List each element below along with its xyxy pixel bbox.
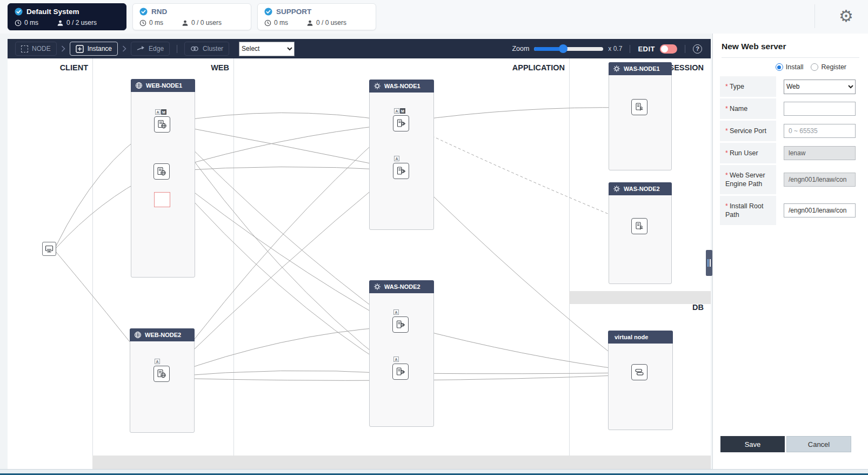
was-instance-glyph <box>396 118 406 128</box>
edge-tool-button[interactable]: Edge <box>131 42 170 56</box>
cluster-tool-button[interactable]: Cluster <box>184 42 229 56</box>
placement-preview-square <box>154 192 170 207</box>
toolbar-right-group: Zoom x 0.7 EDIT ? <box>512 44 703 54</box>
node-header: virtual node <box>608 331 673 344</box>
node-tool-label: NODE <box>32 45 51 52</box>
system-tab-title: SUPPORT <box>264 8 369 16</box>
instance-state-badges: AM <box>155 109 166 115</box>
db-instance-glyph <box>635 367 644 377</box>
status-check-icon <box>139 8 148 16</box>
edge <box>171 124 392 168</box>
field-control <box>776 196 860 225</box>
web-instance-icon[interactable] <box>153 366 170 382</box>
radio-register[interactable]: Register <box>811 63 846 71</box>
node-virtual-node-6[interactable]: virtual node <box>608 331 673 430</box>
zoom-slider-thumb[interactable] <box>559 44 567 53</box>
edit-label: EDIT <box>638 45 655 53</box>
edit-toggle-knob <box>661 45 668 52</box>
node-was-node2-3[interactable]: WAS-NODE2 <box>369 280 434 427</box>
system-tab-rnd[interactable]: RND0 ms0 / 0 users <box>132 3 251 30</box>
required-asterisk: * <box>725 105 728 113</box>
node-header: WAS-NODE1 <box>369 80 434 93</box>
was-node-cog-icon <box>613 65 620 72</box>
instance-tool-button[interactable]: Instance <box>70 42 118 56</box>
node-was-node1-4[interactable]: WAS-NODE1 <box>609 62 672 170</box>
edge <box>410 108 630 121</box>
node-title: WEB-NODE1 <box>146 82 182 89</box>
db-instance-icon[interactable] <box>631 364 647 380</box>
settings-gear-icon[interactable]: ⚙ <box>839 5 853 27</box>
node-header: WAS-NODE2 <box>609 182 672 195</box>
form-row-install-root-path: *Install Root Path <box>720 196 860 225</box>
edge <box>171 129 392 368</box>
required-asterisk: * <box>725 83 728 90</box>
node-title: WAS-NODE1 <box>624 65 660 72</box>
field-control: Web <box>776 76 860 97</box>
type-select[interactable]: Web <box>784 80 856 94</box>
edges-layer <box>8 58 711 469</box>
node-header: WAS-NODE1 <box>609 62 672 75</box>
client-instance-icon[interactable] <box>42 242 56 256</box>
form-row-web-server-engine-path: *Web Server Engine Path <box>720 165 860 194</box>
web-server-instance-glyph <box>157 167 166 176</box>
system-tab-stats: 0 ms0 / 2 users <box>15 19 119 27</box>
instance-plus-icon <box>76 45 84 53</box>
system-tab-default-system[interactable]: Default System0 ms0 / 2 users <box>8 3 126 30</box>
system-latency: 0 ms <box>24 19 38 27</box>
node-title: virtual node <box>615 334 648 340</box>
was-instance-glyph <box>396 166 406 176</box>
topbar: Default System0 ms0 / 2 usersRND0 ms0 / … <box>0 0 868 34</box>
badge-m: M <box>400 108 405 114</box>
field-control <box>776 165 860 194</box>
edge-tool-label: Edge <box>149 45 164 52</box>
web-server-instance-glyph <box>157 369 166 379</box>
cancel-button[interactable]: Cancel <box>786 436 851 452</box>
horizontal-scrollbar[interactable] <box>0 469 868 473</box>
save-button[interactable]: Save <box>720 436 785 452</box>
topology-canvas[interactable]: CLIENT WEB APPLICATION SESSION DB WEB-NO… <box>8 58 711 469</box>
panel-fields: *TypeWeb*Name*Service Port*Run User*Web … <box>720 76 860 227</box>
system-tab-support[interactable]: SUPPORT0 ms0 / 0 users <box>257 3 376 30</box>
system-users: 0 / 0 users <box>316 19 346 27</box>
node-was-node1-2[interactable]: WAS-NODE1 <box>369 80 434 230</box>
zoom-label: Zoom <box>512 45 529 52</box>
was-instance-icon[interactable] <box>392 364 409 380</box>
service-port-input[interactable] <box>784 124 856 138</box>
field-label: *Name <box>720 98 776 119</box>
system-tabs: Default System0 ms0 / 2 usersRND0 ms0 / … <box>8 3 376 30</box>
was-node-cog-icon <box>613 185 620 193</box>
install-root-path-input[interactable] <box>784 203 856 217</box>
was-instance-icon[interactable] <box>393 115 409 131</box>
help-icon[interactable]: ? <box>693 44 702 54</box>
edge <box>170 167 392 171</box>
session-instance-icon[interactable] <box>631 99 647 115</box>
users-icon <box>57 19 64 27</box>
field-label-text: Web Server Engine Path <box>725 171 765 188</box>
web-instance-icon[interactable] <box>153 163 170 180</box>
badge-a: A <box>394 156 399 161</box>
was-instance-icon[interactable] <box>393 163 409 179</box>
was-instance-icon[interactable] <box>392 316 409 333</box>
element-select[interactable]: Select <box>239 42 295 56</box>
system-latency: 0 ms <box>274 19 288 27</box>
field-label-text: Service Port <box>730 127 766 135</box>
node-header: WAS-NODE2 <box>369 280 434 293</box>
edge <box>170 124 392 169</box>
instance-tool-label: Instance <box>88 45 112 52</box>
field-label: *Type <box>720 76 776 97</box>
was-node-cog-icon <box>373 283 381 291</box>
zoom-slider[interactable] <box>534 47 603 51</box>
session-instance-icon[interactable] <box>631 218 647 234</box>
radio-install[interactable]: Install <box>776 63 804 71</box>
web-instance-icon[interactable] <box>154 116 170 133</box>
radio-label: Register <box>821 63 846 71</box>
handle-bar <box>707 259 709 267</box>
handle-bar <box>710 259 711 267</box>
edit-toggle[interactable] <box>660 44 677 54</box>
name-input[interactable] <box>784 102 856 116</box>
system-users: 0 / 0 users <box>191 19 222 27</box>
form-row-service-port: *Service Port <box>720 121 860 141</box>
instance-state-badges: A <box>393 357 399 362</box>
panel-collapse-handle[interactable] <box>706 250 712 276</box>
node-tool-button[interactable]: NODE <box>15 42 57 56</box>
